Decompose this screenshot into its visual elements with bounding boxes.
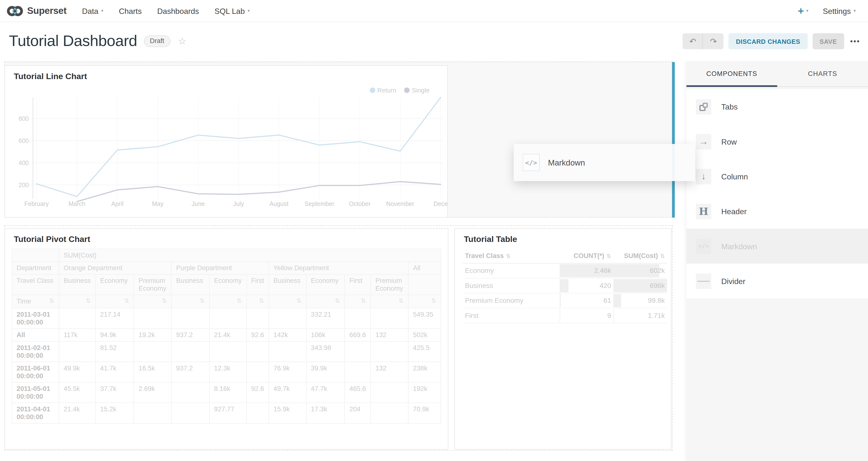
pivot-row: 2011-04-01 00:00:0021.4k15.2k927.7715.9k… (12, 403, 441, 423)
grid-row-bottom[interactable]: Tutorial Pivot Chart SUM(Cost)Department… (4, 225, 673, 451)
divider-icon (696, 273, 711, 289)
drag-preview-markdown[interactable]: </> Markdown (514, 144, 695, 181)
pivot-row: 2011-02-01 00:00:0081.52343.98425.5 (12, 341, 441, 362)
chevron-down-icon: ▾ (854, 8, 856, 13)
redo-button[interactable]: ↷ (703, 33, 724, 49)
sort-toggle-icon[interactable]: ⇅ (49, 298, 54, 305)
plus-icon: + (798, 6, 804, 16)
sort-toggle-icon[interactable]: ⇅ (86, 298, 91, 305)
chevron-down-icon: ▾ (247, 8, 250, 13)
header-icon: H (696, 204, 711, 219)
sort-toggle-icon[interactable]: ⇅ (237, 298, 242, 305)
nav-item-charts[interactable]: Charts (119, 6, 142, 15)
sort-toggle-icon[interactable]: ⇅ (199, 298, 205, 305)
pivot-row: 2011-06-01 00:00:0049.9k41.7k16.5k937.21… (12, 362, 441, 382)
svg-text:October: October (349, 200, 371, 207)
draft-status-badge: Draft (144, 35, 170, 47)
column-arrow-icon: ↓ (696, 169, 711, 184)
chart-title: Tutorial Pivot Chart (14, 234, 90, 244)
svg-text:May: May (152, 200, 164, 207)
nav-item-dashboards[interactable]: Dashboards (157, 6, 199, 15)
table-row: Premium Economy6199.8k (463, 293, 667, 308)
row-arrow-icon: → (696, 134, 711, 149)
more-options-icon[interactable]: ••• (850, 37, 860, 45)
new-item-button[interactable]: + ▾ (798, 6, 809, 16)
svg-text:Dece: Dece (434, 200, 448, 207)
sort-toggle-icon[interactable]: ⇅ (398, 298, 403, 305)
component-item-markdown[interactable]: </> Markdown (686, 228, 868, 264)
sort-toggle-icon[interactable]: ⇅ (162, 298, 167, 305)
nav-item-sqllab[interactable]: SQL Lab▾ (214, 6, 250, 15)
svg-text:June: June (191, 200, 205, 207)
line-chart-card[interactable]: Tutorial Line Chart Return Single 200400… (4, 65, 448, 218)
component-item-column[interactable]: ↓ Column (686, 159, 868, 194)
tabs-icon (696, 99, 711, 114)
drop-target-indicator (672, 62, 675, 218)
data-table: Travel Class⇅COUNT(*)⇅SUM(Cost)⇅Economy2… (463, 248, 663, 323)
brand-name: Superset (27, 5, 66, 16)
sort-toggle-icon[interactable]: ⇅ (297, 298, 302, 305)
pivot-row: All117k94.9k19.2k937.221.4k92.6142k106k6… (12, 329, 441, 341)
table-row: Economy2.46k602k (463, 264, 667, 278)
undo-button[interactable]: ↶ (683, 33, 703, 49)
component-item-header[interactable]: H Header (686, 194, 868, 228)
drag-preview-label: Markdown (548, 158, 585, 167)
discard-changes-button[interactable]: DISCARD CHANGES (729, 33, 807, 49)
page-title[interactable]: Tutorial Dashboard (9, 32, 137, 50)
active-tab-indicator (686, 85, 777, 87)
table-row: First91.71k (463, 308, 667, 323)
sort-toggle-icon[interactable]: ⇅ (259, 298, 264, 305)
tab-charts[interactable]: CHARTS (777, 61, 868, 86)
sort-toggle-icon[interactable]: ⇅ (361, 298, 366, 305)
table-chart-card[interactable]: Tutorial Table Travel Class⇅COUNT(*)⇅SUM… (455, 228, 672, 450)
save-button[interactable]: SAVE (812, 33, 844, 49)
undo-redo-group: ↶ ↷ (683, 33, 724, 49)
pivot-row: 2011-03-01 00:00:00217.14332.21549.35 (12, 308, 441, 329)
pivot-chart-card[interactable]: Tutorial Pivot Chart SUM(Cost)Department… (4, 228, 448, 450)
svg-text:400: 400 (19, 159, 29, 166)
sort-toggle-icon: ⇅ (660, 253, 665, 259)
grid-row-top[interactable]: Tutorial Line Chart Return Single 200400… (4, 62, 673, 218)
chart-legend: Return Single (369, 87, 430, 93)
component-item-divider[interactable]: Divider (686, 264, 868, 299)
component-item-tabs[interactable]: Tabs (686, 89, 868, 124)
markdown-code-icon: </> (696, 238, 711, 254)
dashboard-header: Tutorial Dashboard Draft ☆ ↶ ↷ DISCARD C… (0, 22, 868, 61)
sort-toggle-icon[interactable]: ⇅ (335, 298, 340, 305)
legend-dot (369, 87, 375, 93)
table-row: Business420696k (463, 278, 667, 293)
tab-components[interactable]: COMPONENTS (686, 61, 777, 86)
column-header[interactable]: SUM(Cost)⇅ (613, 248, 667, 263)
infinity-logo-icon (6, 5, 23, 17)
component-list: Tabs → Row ↓ Column H Header </> Markdow… (686, 89, 868, 299)
pivot-table: SUM(Cost)DepartmentOrange DepartmentPurp… (12, 248, 441, 444)
top-navbar: Superset Data▾ Charts Dashboards SQL Lab… (0, 0, 868, 22)
legend-item-return[interactable]: Return (369, 87, 396, 93)
component-item-row[interactable]: → Row (686, 124, 868, 159)
builder-sidebar: COMPONENTS CHARTS Tabs → Row ↓ Column H … (686, 61, 868, 461)
chart-title: Tutorial Table (464, 234, 517, 244)
superset-logo[interactable]: Superset (6, 5, 66, 17)
sort-toggle-icon[interactable]: ⇅ (124, 298, 129, 305)
svg-text:April: April (111, 200, 123, 207)
settings-menu[interactable]: Settings▾ (823, 6, 856, 15)
markdown-code-icon: </> (523, 154, 540, 171)
column-header[interactable]: Travel Class⇅ (463, 248, 560, 263)
sidebar-tabs: COMPONENTS CHARTS (686, 61, 868, 87)
column-header[interactable]: COUNT(*)⇅ (560, 248, 614, 263)
legend-item-single[interactable]: Single (404, 87, 430, 93)
chevron-down-icon: ▾ (101, 8, 103, 13)
sort-toggle-icon: ⇅ (607, 253, 611, 259)
nav-menu: Data▾ Charts Dashboards SQL Lab▾ (82, 6, 250, 15)
favorite-star-icon[interactable]: ☆ (178, 35, 187, 47)
nav-item-data[interactable]: Data▾ (82, 6, 103, 15)
sort-toggle-icon[interactable]: ⇅ (431, 298, 436, 305)
svg-text:600: 600 (19, 137, 29, 144)
svg-text:February: February (24, 200, 49, 207)
pivot-row: 2011-05-01 00:00:0045.5k37.7k2.69k8.16k9… (12, 382, 441, 403)
svg-text:August: August (270, 200, 289, 207)
legend-dot (404, 87, 410, 93)
svg-text:200: 200 (19, 182, 29, 188)
chevron-down-icon: ▾ (806, 8, 808, 13)
svg-text:September: September (304, 200, 334, 207)
